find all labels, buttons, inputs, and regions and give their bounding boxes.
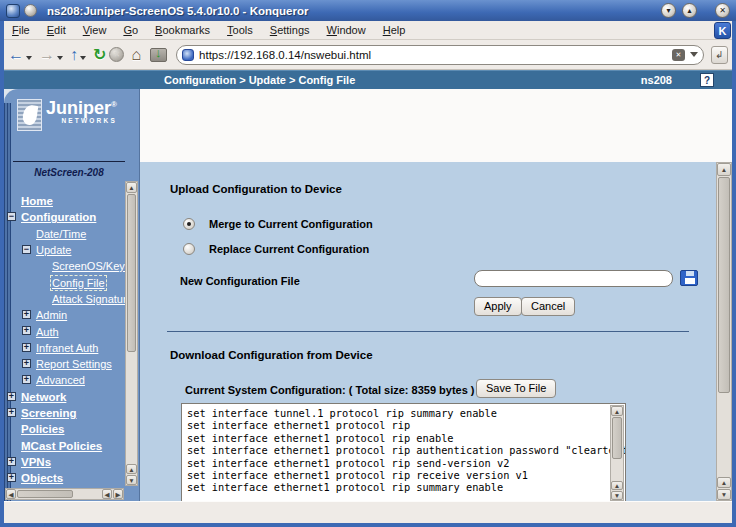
forward-icon: → xyxy=(39,47,55,63)
sidebar-item-auth[interactable]: +Auth xyxy=(4,323,126,339)
sidebar-item-configuration[interactable]: −Configuration xyxy=(4,209,126,225)
location-dropdown-icon[interactable] xyxy=(690,52,698,57)
sidebar-item-admin[interactable]: +Admin xyxy=(4,307,126,323)
up-dropdown-icon[interactable] xyxy=(80,56,86,60)
sidebar-item-update[interactable]: −Update xyxy=(4,242,126,258)
apply-button[interactable]: Apply xyxy=(474,297,522,316)
sidebar-link-vpns[interactable]: VPNs xyxy=(21,456,51,468)
sidebar-item-screening[interactable]: +Screening xyxy=(4,405,126,421)
merge-radio[interactable] xyxy=(183,218,195,230)
config-textarea[interactable]: set interface tunnel.1 protocol rip summ… xyxy=(181,403,626,501)
download-button[interactable]: ↓ xyxy=(150,48,167,62)
collapse-toggle-icon[interactable]: − xyxy=(22,245,31,254)
sidebar-item-mcast-policies[interactable]: MCast Policies xyxy=(4,437,126,453)
config-scrollbar[interactable]: ▲ ▲ ▼ xyxy=(610,405,624,501)
page-vertical-scrollbar[interactable]: ▲ ▲ ▼ xyxy=(716,162,732,501)
sidebar-item-policies[interactable]: Policies xyxy=(4,421,126,437)
menu-settings[interactable]: Settings xyxy=(270,24,310,36)
stop-button[interactable]: ✕ xyxy=(109,47,124,62)
sidebar-item-objects[interactable]: +Objects xyxy=(4,470,126,486)
sidebar-horizontal-scrollbar[interactable]: ◀ ◀ ▶ xyxy=(5,488,124,500)
collapse-toggle-icon[interactable]: − xyxy=(7,212,16,221)
back-button[interactable]: ← xyxy=(8,47,36,63)
replace-radio[interactable] xyxy=(183,243,195,255)
sidebar-link-mcast-policies[interactable]: MCast Policies xyxy=(21,440,102,452)
pager-icon xyxy=(24,4,37,17)
sidebar-link-auth[interactable]: Auth xyxy=(36,326,59,338)
save-to-file-button[interactable]: Save To File xyxy=(476,379,556,398)
expand-toggle-icon[interactable]: + xyxy=(22,343,31,352)
menu-bookmarks[interactable]: Bookmarks xyxy=(155,24,210,36)
expand-toggle-icon[interactable]: + xyxy=(22,375,31,384)
help-button[interactable]: ? xyxy=(700,73,714,87)
window-menu-icon[interactable] xyxy=(6,4,20,18)
config-text: set interface tunnel.1 protocol rip summ… xyxy=(187,407,607,494)
merge-radio-row[interactable]: Merge to Current Configuration xyxy=(183,218,373,230)
current-config-label: Current System Configuration: ( Total si… xyxy=(185,384,475,396)
home-button[interactable]: ⌂ xyxy=(131,46,141,64)
reload-button[interactable]: ↻ xyxy=(93,47,106,63)
expand-toggle-icon[interactable]: + xyxy=(22,359,31,368)
sidebar-item-home[interactable]: Home xyxy=(4,193,126,209)
browse-file-button[interactable] xyxy=(680,270,698,286)
sidebar-item-attack-signature[interactable]: Attack Signature xyxy=(4,291,126,307)
menu-go[interactable]: Go xyxy=(123,24,138,36)
cancel-button[interactable]: Cancel xyxy=(521,297,575,316)
menu-help[interactable]: Help xyxy=(383,24,406,36)
sidebar-link-admin[interactable]: Admin xyxy=(36,309,67,321)
new-config-file-label: New Configuration File xyxy=(180,275,300,287)
back-dropdown-icon[interactable] xyxy=(26,56,32,60)
expand-toggle-icon[interactable]: + xyxy=(7,473,16,482)
download-icon: ↓ xyxy=(150,48,167,62)
sidebar-item-network[interactable]: +Network xyxy=(4,389,126,405)
location-bar[interactable]: https://192.168.0.14/nswebui.html ✕ xyxy=(176,45,704,65)
menu-tools[interactable]: Tools xyxy=(227,24,253,36)
expand-toggle-icon[interactable]: + xyxy=(7,408,16,417)
url-input[interactable]: https://192.168.0.14/nswebui.html xyxy=(199,49,672,61)
sidebar-item-infranet-auth[interactable]: +Infranet Auth xyxy=(4,340,126,356)
menu-edit[interactable]: Edit xyxy=(47,24,66,36)
menu-file[interactable]: File xyxy=(12,24,30,36)
sidebar-link-configuration[interactable]: Configuration xyxy=(21,211,96,223)
breadcrumb: Configuration > Update > Config File xyxy=(4,74,355,86)
sidebar-link-date-time[interactable]: Date/Time xyxy=(36,228,86,240)
sidebar-item-screenos-keys[interactable]: ScreenOS/Keys xyxy=(4,258,126,274)
sidebar-item-vpns[interactable]: +VPNs xyxy=(4,454,126,470)
sidebar-link-attack-signature[interactable]: Attack Signature xyxy=(52,293,126,305)
sidebar-link-screening[interactable]: Screening xyxy=(21,407,77,419)
sidebar-item-date-time[interactable]: Date/Time xyxy=(4,226,126,242)
sidebar-link-home[interactable]: Home xyxy=(21,195,53,207)
reload-icon: ↻ xyxy=(93,47,106,63)
sidebar-link-network[interactable]: Network xyxy=(21,391,66,403)
close-button[interactable]: ✕ xyxy=(715,3,730,18)
sidebar-link-update[interactable]: Update xyxy=(36,244,71,256)
go-button[interactable]: ↲ xyxy=(711,46,728,64)
sidebar-link-screenos-keys[interactable]: ScreenOS/Keys xyxy=(52,260,126,272)
sidebar-item-report-settings[interactable]: +Report Settings xyxy=(4,356,126,372)
replace-radio-row[interactable]: Replace Current Configuration xyxy=(183,243,369,255)
expand-toggle-icon[interactable]: + xyxy=(22,326,31,335)
clear-location-icon[interactable]: ✕ xyxy=(672,49,685,61)
maximize-button[interactable]: ▴ xyxy=(682,3,697,18)
minimize-button[interactable]: ▾ xyxy=(661,3,676,18)
device-model-label: NetScreen-208 xyxy=(4,167,134,178)
sidebar-link-config-file[interactable]: Config File xyxy=(52,277,105,289)
expand-toggle-icon[interactable]: + xyxy=(7,457,16,466)
sidebar-link-objects[interactable]: Objects xyxy=(21,472,63,484)
expand-toggle-icon[interactable]: + xyxy=(22,310,31,319)
sidebar-item-config-file[interactable]: Config File xyxy=(4,274,126,290)
menu-window[interactable]: Window xyxy=(327,24,366,36)
sidebar-link-advanced[interactable]: Advanced xyxy=(36,374,85,386)
forward-button[interactable]: → xyxy=(39,47,67,63)
menu-view[interactable]: View xyxy=(83,24,107,36)
expand-toggle-icon[interactable]: + xyxy=(7,392,16,401)
up-button[interactable]: ↑ xyxy=(70,47,90,63)
forward-dropdown-icon[interactable] xyxy=(57,56,63,60)
new-config-file-input[interactable] xyxy=(474,270,673,287)
sidebar-item-advanced[interactable]: +Advanced xyxy=(4,372,126,388)
logo-divider xyxy=(13,161,125,162)
sidebar-link-policies[interactable]: Policies xyxy=(21,423,64,435)
sidebar-link-infranet-auth[interactable]: Infranet Auth xyxy=(36,342,98,354)
sidebar-link-report-settings[interactable]: Report Settings xyxy=(36,358,112,370)
sidebar-vertical-scrollbar[interactable]: ▲ ▲ ▼ xyxy=(125,181,138,486)
